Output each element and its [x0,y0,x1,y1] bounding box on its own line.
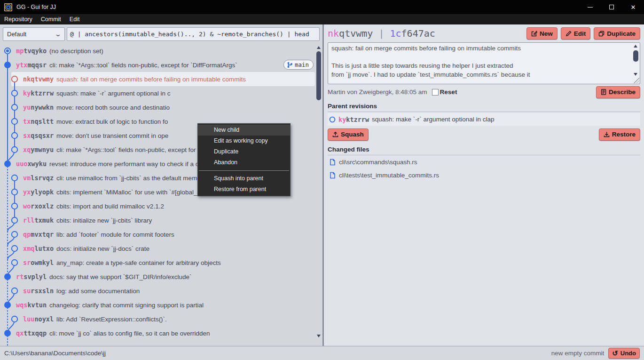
status-message: new empty commit [551,350,605,357]
branch-icon [287,62,293,68]
description-scrollbar-thumb[interactable] [633,50,638,62]
menu-repository[interactable]: Repository [0,14,37,24]
close-button[interactable]: ✕ [622,0,644,14]
changed-files-list: cli\src\commands\squash.rscli\tests\test… [328,155,640,182]
parent-revisions-header: Parent revisions [328,100,640,112]
context-menu-item[interactable]: New child [198,125,290,136]
maximize-button[interactable] [601,0,622,14]
log-row[interactable]: worxoxlzcbits: import and build mimalloc… [11,199,315,213]
parent-revision-row[interactable]: kyktzrrw squash: make `-r` argument opti… [328,113,640,126]
log-row[interactable]: nkqtvwmysquash: fail on merge commits be… [11,72,315,86]
squash-button[interactable]: Squash [328,128,369,141]
revision-id: nkqtvwmy | 1cf647ac [328,28,435,39]
revision-actions: Squash Restore [328,126,640,143]
squash-icon [332,131,338,137]
context-menu-item[interactable]: Edit as working copy [198,136,290,146]
revset-preset-value: Default [7,31,26,38]
reset-checkbox[interactable] [432,89,439,96]
duplicate-icon [598,31,605,37]
log-scrollbar-thumb[interactable] [316,51,321,100]
branch-badge[interactable]: main [283,60,314,70]
description-textarea[interactable]: squash: fail on merge commits before fai… [328,42,640,84]
log-row[interactable]: yunywwknmove: record both source and des… [11,100,315,114]
title-bar: GG - Gui for JJ ✕ [0,0,644,14]
new-button[interactable]: New [526,27,558,40]
edit-icon [565,31,572,37]
menu-separator [199,170,289,171]
undo-icon: ↺ [612,350,618,357]
minimize-icon [588,7,593,8]
file-icon [330,159,336,166]
file-icon [330,172,336,179]
log-row[interactable]: sursxslnlog: add some documentation [11,284,315,298]
menu-commit[interactable]: Commit [37,14,65,24]
maximize-icon [609,5,614,9]
describe-icon [601,89,606,95]
menu-bar: Repository Commit Edit [0,14,644,24]
restore-button[interactable]: Restore [599,128,640,141]
log-row[interactable]: rlltxmukcbits: initialize new `jj-cbits`… [11,213,315,227]
log-row[interactable]: srowmkylany_map: create a type-safe cont… [11,256,315,270]
duplicate-button[interactable]: Duplicate [594,27,640,40]
changed-file-row[interactable]: cli\tests\test_immutable_commits.rs [328,168,640,182]
parent-desc: squash: make `-r` argument optional in c… [372,116,494,123]
log-scrollbar[interactable] [315,43,322,346]
description-scrollbar[interactable] [632,43,640,76]
status-bar: C:\Users\banana\Documents\code\jj new em… [0,346,644,360]
log-area: mptvqyko(no description set)ytxmqqsrcli:… [0,43,322,346]
menu-edit[interactable]: Edit [65,14,84,24]
scroll-up-icon[interactable] [317,46,321,49]
scroll-up-icon[interactable] [634,45,637,48]
log-row[interactable]: xmqlutxodocs: initialize new `jj-docs` c… [11,241,315,256]
context-menu-item[interactable]: Duplicate [198,146,290,157]
close-icon: ✕ [631,4,636,11]
author-line: Martin von Zweigbergk, 8:48:05 am [328,88,427,96]
window-title: GG - Gui for JJ [16,4,56,10]
commit-circle-icon [329,116,336,123]
app-icon [4,3,12,11]
new-icon [531,31,537,37]
log-toolbar: Default ⌄ @ | ancestors(immutable_heads(… [0,24,322,43]
context-menu-item[interactable]: Restore from parent [198,184,290,195]
log-row[interactable]: qpmvxtqrlib: add `footer` module for com… [11,227,315,241]
edit-button[interactable]: Edit [561,27,591,40]
log-row[interactable]: qxttxqqpcli: move `jj co` alias to confi… [11,326,315,340]
chevron-down-icon: ⌄ [55,31,62,38]
context-menu-item[interactable]: Squash into parent [198,173,290,184]
author-row: Martin von Zweigbergk, 8:48:05 am Reset … [328,84,640,100]
log-row[interactable]: wqskvtunchangelog: clarify that commit s… [11,298,315,312]
log-row[interactable]: mptvqyko(no description set) [11,44,315,58]
log-pane: Default ⌄ @ | ancestors(immutable_heads(… [0,24,322,346]
undo-button[interactable]: ↺ Undo [608,348,640,359]
log-row[interactable]: luunoyxllib: Add `RevsetExpression::conf… [11,312,315,326]
reset-label: Reset [440,88,457,96]
scroll-down-icon[interactable] [634,73,637,76]
restore-icon [604,131,610,137]
log-row[interactable]: kyktzrrwsquash: make `-r` argument optio… [11,86,315,100]
changed-files-header: Changed files [328,143,640,155]
scroll-down-icon[interactable] [317,335,321,337]
repo-path: C:\Users\banana\Documents\code\jj [4,350,106,357]
context-menu-item[interactable]: Abandon [198,157,290,168]
log-row[interactable]: rtsvplyldocs: say that we support `$GIT_… [11,270,315,284]
revset-query-input[interactable]: @ | ancestors(immutable_heads().., 2) & … [67,27,320,41]
detail-header: nkqtvwmy | 1cf647ac New Edit Duplicate [328,24,640,42]
changed-file-row[interactable]: cli\src\commands\squash.rs [328,155,640,168]
resize-grip[interactable] [634,78,639,83]
describe-button[interactable]: Describe [596,86,640,98]
log-row[interactable]: ytxmqqsrcli: make `*Args::tool` fields n… [11,58,315,72]
minimize-button[interactable] [579,0,601,14]
detail-pane: nkqtvwmy | 1cf647ac New Edit Duplicate s… [324,24,644,346]
context-menu: New childEdit as working copyDuplicateAb… [197,123,291,196]
revset-preset-select[interactable]: Default ⌄ [3,27,65,41]
